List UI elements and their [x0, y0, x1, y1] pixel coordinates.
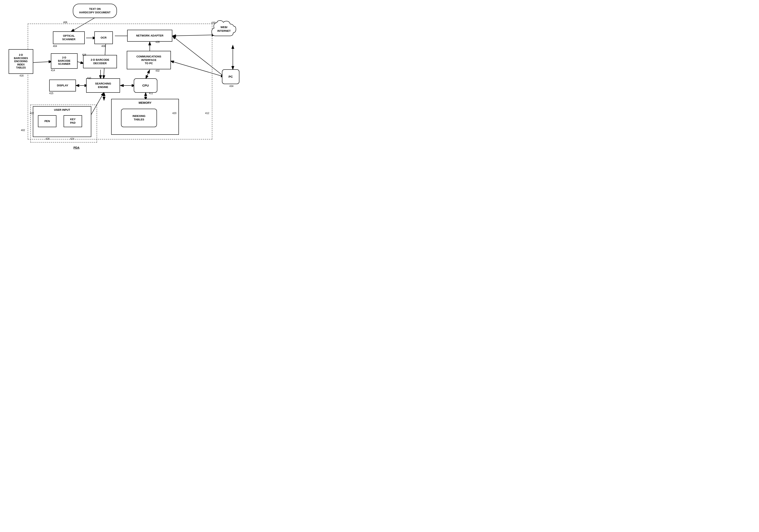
cpu-box: CPU — [134, 78, 157, 93]
network-adapter-box: NETWORK ADAPTER — [127, 30, 172, 42]
label-pda: PDA — [73, 146, 80, 149]
two-d-barcodes-box: 2-DBARCODESENCODINGINDEXTABLES — [9, 49, 33, 74]
label-402: 402 — [21, 129, 25, 132]
label-410: 410 — [87, 77, 91, 80]
label-418: 418 — [82, 53, 86, 56]
searching-engine-box: SEARCHINGENGINE — [86, 78, 120, 93]
pc-box: PC — [222, 69, 239, 84]
label-406: 406 — [63, 21, 67, 24]
key-pad-box: KEYPAD — [63, 115, 82, 127]
label-428: 428 — [155, 41, 160, 44]
label-411: 411 — [149, 92, 153, 95]
label-434: 434 — [229, 85, 233, 88]
label-432: 432 — [155, 69, 160, 72]
two-d-barcode-decoder-box: 2-D BARCODEDECODER — [83, 55, 117, 68]
label-404: 404 — [53, 45, 57, 48]
display-box: DISPLAY — [49, 80, 76, 92]
label-408: 408 — [101, 45, 105, 48]
label-420: 420 — [172, 112, 177, 115]
label-430: 430 — [211, 21, 216, 24]
indexing-tables-box: INDEXINGTABLES — [121, 109, 157, 127]
communications-interface-box: COMMUNICATIONSINTERFACETO PC — [127, 51, 171, 69]
text-on-hardcopy-box: TEXT ON HARDCOPY DOCUMENT — [73, 4, 117, 18]
diagram: TEXT ON HARDCOPY DOCUMENT OPTICALSCANNER… — [0, 0, 260, 182]
label-416: 416 — [20, 74, 23, 77]
pen-box: PEN — [38, 115, 57, 127]
ocr-box: OCR — [94, 31, 113, 44]
svg-text:INTERNET: INTERNET — [218, 29, 231, 32]
label-426: 426 — [46, 137, 50, 140]
label-422: 422 — [30, 112, 34, 115]
label-412: 412 — [205, 112, 209, 115]
svg-text:WEB/: WEB/ — [220, 26, 227, 29]
label-424: 424 — [70, 137, 74, 140]
label-414: 414 — [51, 69, 55, 72]
two-d-barcode-scanner-box: 2-DBARCODESCANNER — [51, 53, 78, 69]
label-415: 415 — [49, 92, 53, 95]
optical-scanner-box: OPTICALSCANNER — [53, 31, 85, 44]
